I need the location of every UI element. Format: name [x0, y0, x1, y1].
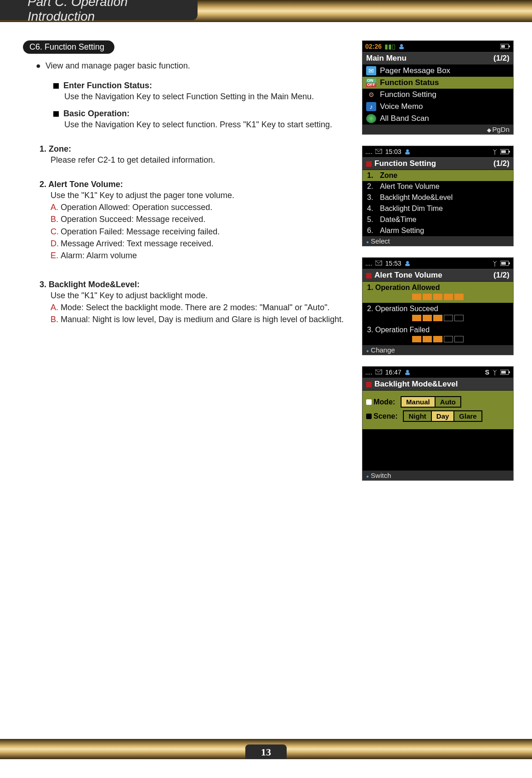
row-label: Backlight Mode&Level	[380, 193, 453, 202]
svg-rect-10	[501, 150, 506, 153]
battery-icon	[500, 261, 510, 266]
change-label[interactable]: Change	[366, 346, 395, 354]
svg-rect-13	[405, 264, 410, 266]
row-label: Zone	[380, 171, 397, 180]
row-num: 4.	[367, 204, 375, 213]
sub-text: Mode: Select the backlight mode. There a…	[61, 303, 330, 312]
scene-opt-glare[interactable]: Glare	[453, 411, 481, 421]
red-square-icon	[366, 273, 372, 278]
pager-icon: ✉	[366, 66, 376, 75]
volume-indicator	[367, 315, 509, 321]
square-icon	[53, 111, 59, 117]
foot-bar: PgDn	[362, 125, 513, 134]
menu-row-all-band-scan[interactable]: All Band Scan	[362, 113, 513, 125]
svg-rect-21	[509, 371, 510, 373]
svg-rect-19	[405, 373, 410, 375]
svg-rect-1	[399, 47, 404, 49]
screenshot-function-setting: .... 15:03 Function Setting (1/2) 1.Zone	[362, 146, 514, 246]
pgdn-label[interactable]: PgDn	[487, 125, 509, 133]
title-bar: Alert Tone Volume (1/2)	[362, 269, 513, 282]
menu-row-pager-message-box[interactable]: ✉Pager Message Box	[362, 65, 513, 77]
square-desc: Use the Navigation Key to select Functio…	[64, 91, 348, 102]
title-bar: Main Menu (1/2)	[362, 52, 513, 65]
fs-row-alarm-setting[interactable]: 6.Alarm Setting	[362, 225, 513, 236]
atv-label: 1. Operation Allowed	[367, 284, 440, 291]
screenshot-backlight-mode-level: .... 16:47 S Backlight Mode&Level	[362, 366, 514, 481]
message-icon	[375, 369, 383, 375]
status-bar: 02:26 ▮▮▯	[362, 41, 513, 52]
volume-indicator	[367, 294, 509, 300]
svg-rect-22	[501, 371, 506, 374]
menu-row-function-setting[interactable]: ⚙Function Setting	[362, 89, 513, 101]
battery-icon	[500, 369, 510, 375]
fs-row-backlight-dim-time[interactable]: 4.Backlight Dim Time	[362, 203, 513, 214]
square-label: Enter Function Status:	[63, 81, 152, 90]
square-item: Basic Operation: Use the Navigation Key …	[53, 109, 348, 131]
dots-icon: ....	[365, 148, 373, 155]
sub-letter: B.	[51, 213, 61, 225]
intro-bullet: ● View and manage pager basic function.	[36, 61, 348, 71]
sub-letter: C.	[51, 226, 61, 238]
fs-row-alert-tone[interactable]: 2.Alert Tone Volume	[362, 181, 513, 192]
sub-text: Alarm: Alarm volume	[61, 251, 137, 260]
antenna-icon	[492, 148, 498, 155]
sub-letter: D.	[51, 238, 61, 250]
screenshot-alert-tone-volume: .... 15:53 Alert Tone Volume (1/2) 1.	[362, 257, 514, 355]
scene-label: Scene:	[374, 412, 397, 420]
mode-opt-auto[interactable]: Auto	[435, 397, 460, 407]
menu-row-function-status[interactable]: ONOFFFunction Status	[362, 77, 513, 89]
screen-page: (1/2)	[493, 159, 509, 168]
item3-heading: 3. Backlight Mode&Level:	[40, 280, 348, 290]
mode-options[interactable]: Manual Auto	[401, 396, 461, 408]
fs-row-backlight-mode-level[interactable]: 3.Backlight Mode&Level	[362, 192, 513, 203]
menu-label: Voice Memo	[380, 102, 423, 111]
svg-rect-3	[509, 45, 510, 47]
menu-row-voice-memo[interactable]: ♪Voice Memo	[362, 101, 513, 113]
sub-letter: A.	[51, 201, 61, 213]
bottom-banner: 13	[0, 739, 532, 759]
item3-body: Use the "K1" Key to adjust backlight mod…	[51, 290, 348, 325]
volume-indicator	[367, 336, 509, 342]
sub-letter: A.	[51, 301, 61, 313]
status-bar: .... 15:53	[362, 258, 513, 269]
screen-title: Function Setting	[374, 159, 436, 168]
scene-opt-day[interactable]: Day	[431, 411, 454, 421]
gear-icon: ⚙	[366, 90, 376, 99]
atv-row-operation-allowed[interactable]: 1. Operation Allowed	[362, 282, 513, 303]
sub-text: Manual: Night is low level, Day is mediu…	[61, 315, 344, 324]
screenshots-column: 02:26 ▮▮▯ Main Menu (1/2) ✉Pager Message…	[362, 40, 518, 721]
atv-row-operation-failed[interactable]: 3. Operation Failed	[362, 324, 513, 345]
row-num: 1.	[367, 171, 375, 180]
square-item: Enter Function Status: Use the Navigatio…	[53, 81, 348, 102]
select-label[interactable]: Select	[366, 237, 390, 245]
sub-text: Operation Succeed: Message received.	[61, 215, 205, 224]
item3-intro: Use the "K1" Key to adjust backlight mod…	[51, 290, 348, 301]
screen-page: (1/2)	[493, 271, 509, 280]
switch-label[interactable]: Switch	[366, 471, 391, 479]
fs-row-zone[interactable]: 1.Zone	[362, 170, 513, 181]
black-pad	[362, 429, 513, 471]
svg-point-6	[406, 149, 409, 152]
svg-rect-7	[405, 152, 410, 154]
row-num: 2.	[367, 182, 375, 191]
screen-title: Main Menu	[366, 54, 407, 63]
clock: 15:03	[385, 148, 402, 155]
foot-bar: Switch	[362, 471, 513, 480]
battery-icon	[500, 149, 510, 154]
scene-options[interactable]: Night Day Glare	[403, 410, 482, 422]
mode-opt-manual[interactable]: Manual	[402, 397, 435, 407]
title-bar: Backlight Mode&Level	[362, 378, 513, 391]
fs-row-date-time[interactable]: 5.Date&Time	[362, 214, 513, 225]
title-bar: Function Setting (1/2)	[362, 157, 513, 170]
page-number: 13	[245, 744, 287, 759]
item1-body: Please refer C2-1 to get detailed inform…	[51, 154, 348, 166]
dots-icon: ....	[365, 369, 373, 376]
foot-bar: Change	[362, 345, 513, 355]
svg-point-18	[406, 370, 409, 373]
antenna-icon	[492, 260, 498, 267]
row-num: 5.	[367, 216, 375, 224]
atv-row-operation-succeed[interactable]: 2. Operation Succeed	[362, 303, 513, 324]
scene-opt-night[interactable]: Night	[404, 411, 430, 421]
person-icon	[404, 369, 411, 375]
row-num: 3.	[367, 193, 375, 202]
